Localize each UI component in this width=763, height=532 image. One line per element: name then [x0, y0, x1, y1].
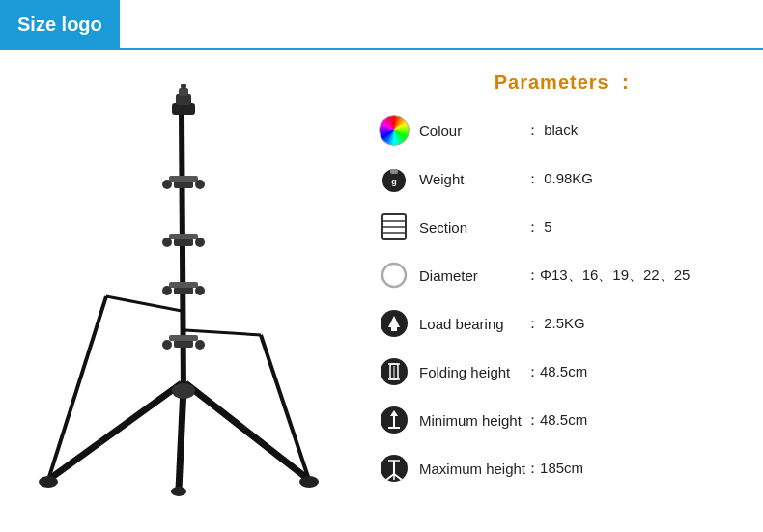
svg-rect-18 [169, 282, 198, 288]
max-height-icon [377, 451, 411, 486]
param-value-diameter: ：Φ13、16、19、22、25 [525, 266, 690, 285]
svg-point-28 [162, 286, 172, 295]
svg-line-7 [185, 330, 261, 335]
svg-point-31 [195, 340, 205, 350]
svg-point-29 [195, 286, 205, 295]
param-row-min-height: Minimum height ：48.5cm [377, 399, 753, 441]
svg-line-5 [106, 296, 182, 311]
svg-point-39 [382, 264, 406, 287]
svg-point-27 [195, 238, 205, 247]
params-title: Parameters ： [377, 70, 753, 96]
svg-rect-33 [390, 169, 398, 174]
header: Size logo [0, 0, 763, 50]
svg-rect-16 [169, 176, 198, 182]
param-label-colour: Colour [419, 123, 525, 139]
param-label-folding: Folding height [419, 364, 525, 380]
param-label-max-height: Maximum height [419, 461, 525, 477]
load-bearing-icon [377, 306, 411, 341]
param-row-diameter: Diameter ：Φ13、16、19、22、25 [377, 254, 753, 296]
color-wheel-icon [377, 113, 411, 148]
param-value-colour: ： black [525, 122, 578, 140]
svg-line-4 [48, 296, 106, 480]
min-height-icon [377, 403, 411, 437]
svg-point-30 [162, 340, 172, 350]
param-label-diameter: Diameter [419, 267, 525, 284]
param-row-colour: Colour ： black [377, 109, 753, 152]
svg-rect-15 [174, 340, 193, 348]
param-value-section: ： 5 [525, 218, 552, 237]
tripod-svg [29, 84, 338, 499]
svg-rect-10 [179, 88, 188, 96]
svg-point-21 [299, 476, 319, 488]
param-row-weight: g Weight ： 0.98KG [377, 157, 753, 200]
svg-rect-19 [169, 335, 198, 341]
main-content: Parameters ： Colour ： black g Weight ： 0… [0, 50, 763, 532]
tripod-image [19, 79, 348, 504]
svg-point-25 [195, 180, 205, 189]
param-label-section: Section [419, 219, 525, 236]
section-icon [377, 210, 411, 244]
svg-rect-14 [174, 287, 193, 294]
header-badge: Size logo [0, 0, 120, 49]
svg-line-3 [179, 388, 184, 490]
svg-point-24 [162, 180, 172, 189]
tripod-panel [0, 50, 367, 532]
param-label-weight: Weight [419, 171, 525, 187]
svg-text:g: g [391, 177, 397, 186]
svg-rect-17 [169, 234, 198, 239]
param-row-max-height: Maximum height ：185cm [377, 447, 753, 490]
folding-height-icon [377, 354, 411, 389]
svg-point-23 [172, 383, 195, 399]
param-row-load: Load bearing ： 2.5KG [377, 302, 753, 345]
param-label-load: Load bearing [419, 316, 525, 332]
param-value-max-height: ：185cm [525, 460, 583, 478]
svg-point-22 [171, 487, 186, 496]
diameter-icon [377, 258, 411, 293]
param-value-folding: ：48.5cm [525, 363, 587, 381]
header-title: Size logo [17, 14, 102, 36]
param-value-weight: ： 0.98KG [525, 170, 593, 188]
param-row-section: Section ： 5 [377, 206, 753, 248]
svg-point-26 [162, 238, 172, 247]
param-label-min-height: Minimum height [419, 412, 525, 429]
param-row-folding: Folding height ：48.5cm [377, 350, 753, 393]
svg-line-2 [185, 383, 309, 480]
param-value-min-height: ：48.5cm [525, 411, 587, 430]
svg-rect-12 [174, 181, 193, 188]
svg-point-20 [39, 476, 58, 488]
svg-rect-13 [174, 238, 193, 246]
svg-rect-42 [391, 327, 397, 331]
param-value-load: ： 2.5KG [525, 315, 585, 333]
weight-icon: g [377, 161, 411, 196]
svg-line-0 [182, 113, 184, 393]
params-panel: Parameters ： Colour ： black g Weight ： 0… [367, 50, 763, 532]
svg-line-1 [48, 383, 182, 480]
